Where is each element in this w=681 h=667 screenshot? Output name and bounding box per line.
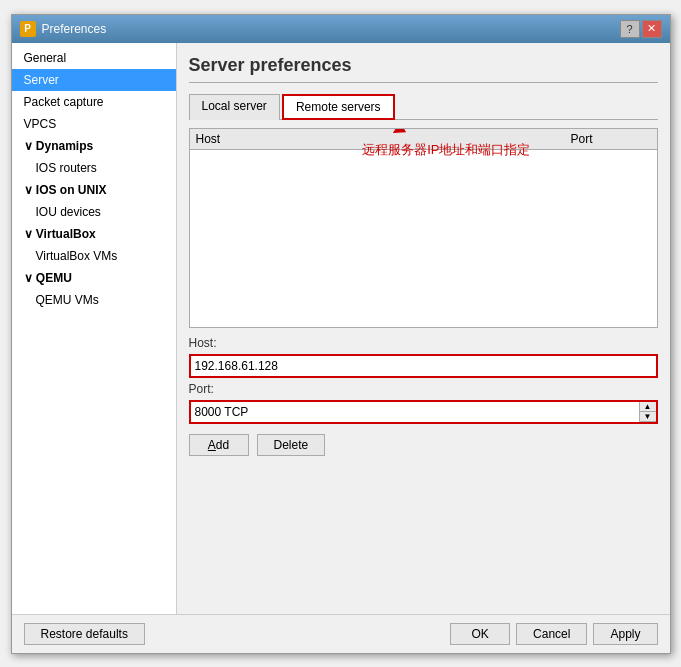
app-icon: P (20, 21, 36, 37)
annotation-text: 远程服务器IP地址和端口指定 (362, 141, 530, 159)
svg-line-1 (398, 128, 433, 130)
tab-local-server[interactable]: Local server (189, 94, 280, 120)
sidebar-item-ios-routers[interactable]: IOS routers (12, 157, 176, 179)
sidebar-item-iou-devices[interactable]: IOU devices (12, 201, 176, 223)
title-bar-left: P Preferences (20, 21, 107, 37)
server-table: Host Port 远程服务器IP地址和端口指定 (189, 128, 658, 328)
col-port-header: Port (571, 132, 651, 146)
delete-button[interactable]: Delete (257, 434, 326, 456)
port-spinner: ▲ ▼ (639, 402, 656, 422)
tab-remote-servers[interactable]: Remote servers (282, 94, 395, 120)
sidebar-item-qemu[interactable]: ∨ QEMU (12, 267, 176, 289)
cancel-button[interactable]: Cancel (516, 623, 587, 645)
host-row: Host: (189, 336, 658, 350)
section-title: Server preferences (189, 55, 658, 83)
host-input[interactable] (191, 356, 656, 376)
apply-button[interactable]: Apply (593, 623, 657, 645)
port-input[interactable] (191, 402, 639, 422)
host-input-wrapper (189, 354, 658, 378)
main-area: Server preferences Local server Remote s… (177, 43, 670, 614)
port-spinner-down[interactable]: ▼ (640, 412, 656, 422)
remote-tab-content: Host Port 远程服务器IP地址和端口指定 (189, 128, 658, 602)
close-button[interactable]: ✕ (642, 20, 662, 38)
add-button[interactable]: Add (189, 434, 249, 456)
preferences-window: P Preferences ? ✕ General Server Packet … (11, 14, 671, 654)
window-title: Preferences (42, 22, 107, 36)
content-panel: Host Port 远程服务器IP地址和端口指定 (189, 128, 658, 602)
sidebar-item-vpcs[interactable]: VPCS (12, 113, 176, 135)
sidebar-item-server[interactable]: Server (12, 69, 176, 91)
restore-defaults-button[interactable]: Restore defaults (24, 623, 145, 645)
annotation-arrow (393, 128, 443, 135)
ok-button[interactable]: OK (450, 623, 510, 645)
add-label: Add (208, 438, 229, 452)
port-input-wrapper: ▲ ▼ (189, 400, 658, 424)
host-input-row (189, 354, 658, 378)
sidebar-item-packet-capture[interactable]: Packet capture (12, 91, 176, 113)
action-buttons: Add Delete (189, 434, 658, 456)
sidebar-item-ios-on-unix[interactable]: ∨ IOS on UNIX (12, 179, 176, 201)
help-button[interactable]: ? (620, 20, 640, 38)
window-body: General Server Packet capture VPCS ∨ Dyn… (12, 43, 670, 614)
port-spinner-up[interactable]: ▲ (640, 402, 656, 412)
port-label-row: Port: (189, 382, 658, 396)
port-label: Port: (189, 382, 229, 396)
sidebar: General Server Packet capture VPCS ∨ Dyn… (12, 43, 177, 614)
sidebar-item-virtualbox[interactable]: ∨ VirtualBox (12, 223, 176, 245)
sidebar-item-qemu-vms[interactable]: QEMU VMs (12, 289, 176, 311)
title-bar-controls: ? ✕ (620, 20, 662, 38)
bottom-bar: Restore defaults OK Cancel Apply (12, 614, 670, 653)
host-label: Host: (189, 336, 229, 350)
port-input-row: ▲ ▼ (189, 400, 658, 424)
sidebar-item-virtualbox-vms[interactable]: VirtualBox VMs (12, 245, 176, 267)
sidebar-item-general[interactable]: General (12, 47, 176, 69)
title-bar: P Preferences ? ✕ (12, 15, 670, 43)
tabs: Local server Remote servers (189, 93, 658, 120)
sidebar-item-dynamips[interactable]: ∨ Dynamips (12, 135, 176, 157)
form-section: Host: Port: (189, 336, 658, 428)
